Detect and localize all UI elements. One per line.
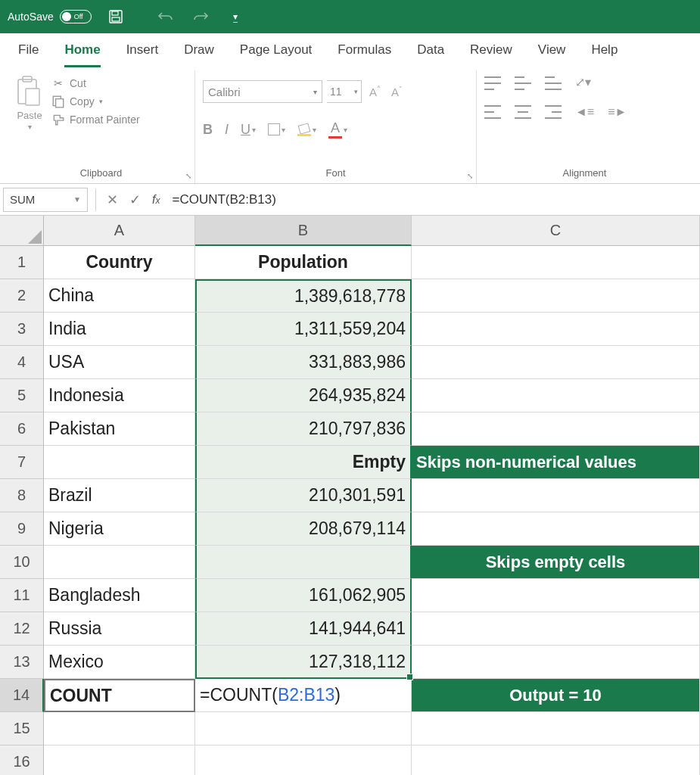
cut-button[interactable]: ✂ Cut (51, 76, 140, 90)
cell-A8[interactable]: Brazil (44, 479, 195, 512)
fill-color-button[interactable]: ▾ (297, 124, 316, 135)
cell-B4[interactable]: 331,883,986 (195, 346, 412, 379)
cell-C12[interactable] (412, 612, 700, 646)
cell-C6[interactable] (412, 412, 700, 446)
row-header[interactable]: 11 (0, 579, 44, 612)
align-right-button[interactable] (545, 105, 562, 119)
cell-A7[interactable] (44, 446, 195, 479)
row-header[interactable]: 16 (0, 745, 44, 775)
cell-A6[interactable]: Pakistan (44, 412, 195, 446)
insert-function-button[interactable]: fx (146, 193, 166, 207)
cell-B11[interactable]: 161,062,905 (195, 579, 412, 612)
cell-B13[interactable]: 127,318,112 (195, 646, 412, 679)
cell-A9[interactable]: Nigeria (44, 512, 195, 546)
decrease-indent-button[interactable]: ◄≡ (575, 105, 594, 119)
cell-B8[interactable]: 210,301,591 (195, 479, 412, 512)
cell-B6[interactable]: 210,797,836 (195, 412, 412, 446)
row-header[interactable]: 5 (0, 379, 44, 412)
row-header[interactable]: 9 (0, 512, 44, 546)
font-size-select[interactable]: 11▾ (327, 80, 362, 103)
autosave-switch[interactable]: Off (60, 10, 92, 23)
row-header[interactable]: 7 (0, 446, 44, 479)
tab-home[interactable]: Home (64, 42, 100, 67)
undo-icon[interactable] (155, 6, 176, 27)
cell-A14[interactable]: COUNT (44, 679, 195, 712)
cell-B15[interactable] (195, 712, 412, 745)
cell-A5[interactable]: Indonesia (44, 379, 195, 412)
clipboard-launcher-icon[interactable]: ⤡ (185, 172, 191, 180)
tab-data[interactable]: Data (417, 42, 444, 67)
align-top-button[interactable] (484, 76, 501, 90)
font-launcher-icon[interactable]: ⤡ (467, 172, 473, 180)
cell-A2[interactable]: China (44, 279, 195, 313)
tab-draw[interactable]: Draw (184, 42, 214, 67)
cell-C15[interactable] (412, 712, 700, 745)
tab-file[interactable]: File (18, 42, 39, 67)
row-header[interactable]: 14 (0, 679, 44, 712)
select-all-corner[interactable] (0, 216, 44, 246)
format-painter-button[interactable]: Format Painter (51, 113, 140, 126)
cell-A4[interactable]: USA (44, 346, 195, 379)
cell-C14[interactable]: Output = 10 (412, 679, 700, 712)
cell-C1[interactable] (412, 246, 700, 279)
orientation-button[interactable]: ⤢▾ (575, 75, 591, 92)
row-header[interactable]: 3 (0, 313, 44, 346)
row-header[interactable]: 1 (0, 246, 44, 279)
cell-A16[interactable] (44, 745, 195, 775)
cell-C7[interactable]: Skips non-numerical values (412, 446, 700, 479)
align-bottom-button[interactable] (545, 76, 562, 90)
tab-view[interactable]: View (538, 42, 566, 67)
increase-font-button[interactable]: A˄ (366, 85, 384, 98)
tab-formulas[interactable]: Formulas (338, 42, 391, 67)
col-header-C[interactable]: C (412, 216, 700, 246)
row-header[interactable]: 4 (0, 346, 44, 379)
increase-indent-button[interactable]: ≡► (608, 105, 627, 119)
bold-button[interactable]: B (203, 122, 213, 138)
row-header[interactable]: 8 (0, 479, 44, 512)
cell-C2[interactable] (412, 279, 700, 313)
redo-icon[interactable] (190, 6, 211, 27)
row-header[interactable]: 13 (0, 646, 44, 679)
formula-enter-button[interactable]: ✓ (123, 191, 146, 208)
cell-B14[interactable]: =COUNT(B2:B13) (195, 679, 412, 712)
tab-insert[interactable]: Insert (126, 42, 159, 67)
cell-B2[interactable]: 1,389,618,778 (195, 279, 412, 313)
tab-review[interactable]: Review (470, 42, 512, 67)
col-header-A[interactable]: A (44, 216, 195, 246)
cell-C13[interactable] (412, 646, 700, 679)
formula-bar-input[interactable]: =COUNT(B2:B13) (166, 192, 700, 207)
cell-A12[interactable]: Russia (44, 612, 195, 646)
cell-A15[interactable] (44, 712, 195, 745)
cell-C16[interactable] (412, 745, 700, 775)
align-middle-button[interactable] (515, 76, 531, 90)
cell-B5[interactable]: 264,935,824 (195, 379, 412, 412)
qat-customize-icon[interactable]: ▾ (225, 6, 246, 27)
cell-A3[interactable]: India (44, 313, 195, 346)
row-header[interactable]: 10 (0, 546, 44, 579)
cell-B7[interactable]: Empty (195, 446, 412, 479)
cell-A11[interactable]: Bangladesh (44, 579, 195, 612)
decrease-font-button[interactable]: A˅ (388, 86, 406, 98)
italic-button[interactable]: I (225, 122, 229, 138)
tab-help[interactable]: Help (591, 42, 618, 67)
col-header-B[interactable]: B (195, 216, 412, 246)
cell-A10[interactable] (44, 546, 195, 579)
cell-B3[interactable]: 1,311,559,204 (195, 313, 412, 346)
cell-B10[interactable] (195, 546, 412, 579)
cell-B16[interactable] (195, 745, 412, 775)
paste-button[interactable]: Paste ▾ (15, 75, 51, 164)
cell-C3[interactable] (412, 313, 700, 346)
cell-B12[interactable]: 141,944,641 (195, 612, 412, 646)
align-left-button[interactable] (484, 105, 501, 119)
row-header[interactable]: 12 (0, 612, 44, 646)
border-button[interactable]: ▾ (268, 123, 285, 135)
tab-page-layout[interactable]: Page Layout (240, 42, 312, 67)
autosave-toggle[interactable]: AutoSave Off (8, 10, 92, 23)
cell-C11[interactable] (412, 579, 700, 612)
name-box[interactable]: SUM ▼ (3, 188, 88, 212)
name-box-chevron-icon[interactable]: ▼ (73, 195, 81, 204)
cell-B9[interactable]: 208,679,114 (195, 512, 412, 546)
cell-B1[interactable]: Population (195, 246, 412, 279)
font-color-button[interactable]: A ▾ (328, 120, 347, 139)
cell-A13[interactable]: Mexico (44, 646, 195, 679)
